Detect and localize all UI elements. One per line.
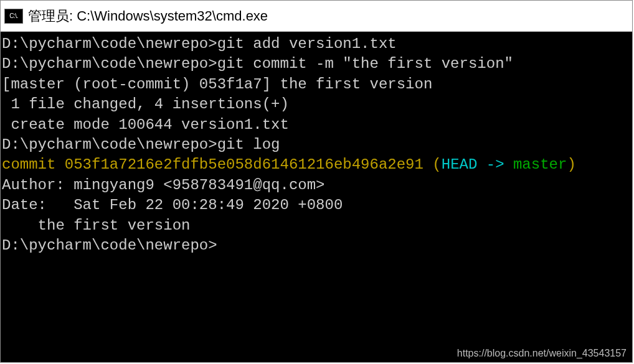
prompt: D:\pycharm\code\newrepo> [2, 236, 631, 256]
terminal-output[interactable]: D:\pycharm\code\newrepo>git add version1… [1, 32, 632, 362]
head-ref: HEAD -> [442, 156, 513, 173]
cmd-icon: C:\. [4, 9, 23, 24]
watermark-text: https://blog.csdn.net/weixin_43543157 [457, 348, 627, 359]
commit-line: commit 053f1a7216e2fdfb5e058d61461216eb4… [2, 155, 631, 175]
cmd-window: C:\. 管理员: C:\Windows\system32\cmd.exe D:… [0, 0, 633, 363]
prompt: D:\pycharm\code\newrepo> [2, 55, 217, 72]
branch-name: master [513, 156, 567, 173]
paren-close: ) [567, 156, 575, 173]
date-line: Date: Sat Feb 22 00:28:49 2020 +0800 [2, 195, 631, 215]
terminal-line: D:\pycharm\code\newrepo>git add version1… [2, 34, 631, 54]
author-line: Author: mingyang9 <958783491@qq.com> [2, 175, 631, 195]
terminal-line: 1 file changed, 4 insertions(+) [2, 95, 631, 114]
paren-open: ( [423, 156, 442, 173]
terminal-line: D:\pycharm\code\newrepo>git commit -m "t… [2, 54, 631, 74]
titlebar[interactable]: C:\. 管理员: C:\Windows\system32\cmd.exe [1, 1, 632, 32]
command-text: git commit -m "the first version" [217, 55, 513, 72]
commit-message: the first version [2, 216, 631, 236]
command-text: git log [217, 136, 280, 153]
terminal-line: create mode 100644 version1.txt [2, 115, 631, 135]
commit-hash: commit 053f1a7216e2fdfb5e058d61461216eb4… [2, 156, 423, 173]
terminal-line: D:\pycharm\code\newrepo>git log [2, 135, 631, 155]
terminal-line: [master (root-commit) 053f1a7] the first… [2, 75, 631, 95]
window-title: 管理员: C:\Windows\system32\cmd.exe [28, 7, 268, 26]
prompt: D:\pycharm\code\newrepo> [2, 35, 217, 52]
prompt: D:\pycharm\code\newrepo> [2, 136, 217, 153]
command-text: git add version1.txt [217, 35, 397, 52]
